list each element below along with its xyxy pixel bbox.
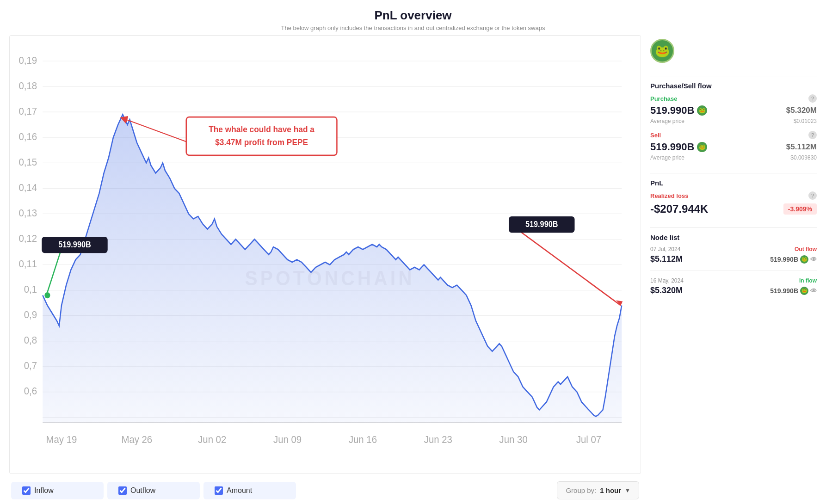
sell-help-icon[interactable]: ? [808,131,817,139]
svg-text:The whale could have had a: The whale could have had a [209,125,315,135]
sell-avg-label: Average price [650,154,684,161]
node-list-section: Node list 07 Jul, 2024 Out flow $5.112M … [650,234,817,308]
node2-pepe-icon: 🐸 [800,287,808,295]
svg-text:0,11: 0,11 [18,258,37,269]
svg-text:Jun 09: Jun 09 [273,434,302,445]
purchase-help-icon[interactable]: ? [808,94,817,103]
purchase-avg-value: $0.01023 [794,118,817,124]
sell-label: Sell [650,132,661,139]
divider-2 [650,173,817,173]
svg-text:0,7: 0,7 [24,360,37,371]
x-axis: May 19 May 26 Jun 02 Jun 09 Jun 16 Jun 2… [46,434,602,445]
pnl-amount: -$207.944K [650,203,708,215]
svg-rect-43 [186,117,337,155]
outflow-checkbox[interactable] [118,486,127,495]
svg-text:519.990B: 519.990B [58,240,91,250]
node1-token: 519.990B 🐸 👁 [770,255,817,264]
page-subtitle: The below graph only includes the transa… [0,25,826,31]
sell-block: Sell ? 519.990B 🐸 $5.112M Average price … [650,131,817,161]
svg-text:Jun 16: Jun 16 [349,434,377,445]
svg-text:0,8: 0,8 [24,334,37,345]
svg-point-38 [44,292,50,298]
svg-text:0,12: 0,12 [18,233,37,244]
svg-text:0,13: 0,13 [18,207,37,218]
page-header: PnL overview The below graph only includ… [0,0,826,35]
svg-text:Jun 23: Jun 23 [424,434,452,445]
svg-text:0,1: 0,1 [24,283,37,295]
node1-hide-icon[interactable]: 👁 [810,256,817,263]
pnl-help-icon[interactable]: ? [808,191,817,200]
purchase-usd: $5.320M [786,106,817,115]
realized-label: Realized loss [650,192,688,199]
divider-1 [650,76,817,76]
amount-control[interactable]: Amount [203,482,296,499]
node-list-title: Node list [650,234,817,241]
svg-text:0,6: 0,6 [24,386,37,397]
page-title: PnL overview [0,8,826,23]
svg-text:0,15: 0,15 [18,156,37,167]
sell-amount: 519.990B 🐸 [650,141,707,153]
group-by-dropdown[interactable]: Group by: 1 hour ▼ [557,481,639,499]
svg-text:0,14: 0,14 [18,182,37,193]
node2-token: 519.990B 🐸 👁 [770,287,817,295]
sell-pepe-icon: 🐸 [697,142,707,152]
node2-hide-icon[interactable]: 👁 [810,287,817,295]
main-content: 0,19 0,18 0,17 0,16 0,15 0,14 0,13 0,12 … [0,35,826,504]
node-item-1: 07 Jul, 2024 Out flow $5.112M 519.990B 🐸… [650,246,817,271]
node2-usd: $5.320M [650,286,683,295]
pnl-section: PnL Realized loss ? -$207.944K -3.909% [650,179,817,215]
chart-area: 0,19 0,18 0,17 0,16 0,15 0,14 0,13 0,12 … [9,35,641,499]
chevron-down-icon: ▼ [625,487,630,494]
svg-text:May 26: May 26 [121,434,152,445]
svg-text:SPOTONCHAIN: SPOTONCHAIN [245,267,415,289]
inflow-label: Inflow [34,486,54,495]
purchase-amount: 519.990B 🐸 [650,104,707,117]
group-by-prefix: Group by: [566,486,596,494]
inflow-control[interactable]: Inflow [11,482,104,499]
divider-3 [650,227,817,228]
sell-usd: $5.112M [786,142,817,152]
purchase-label: Purchase [650,95,678,102]
sidebar: 🐸 Purchase/Sell flow Purchase ? 519.990B… [641,35,817,499]
svg-text:0,16: 0,16 [18,131,37,142]
sell-avg-value: $0.009830 [790,154,817,161]
amount-label: Amount [227,486,252,495]
outflow-label: Outflow [130,486,155,495]
outflow-control[interactable]: Outflow [107,482,200,499]
purchase-block: Purchase ? 519.990B 🐸 $5.320M Average pr… [650,94,817,124]
svg-text:Jul 07: Jul 07 [576,434,601,445]
node1-pepe-icon: 🐸 [800,255,808,264]
node2-date: 16 May, 2024 [650,277,684,284]
node2-flow: In flow [799,277,817,284]
purchase-sell-section-title: Purchase/Sell flow [650,82,817,90]
bottom-controls: Inflow Outflow Amount Group by: 1 hour ▼ [9,481,641,499]
node1-usd: $5.112M [650,254,683,264]
purchase-pepe-icon: 🐸 [697,105,707,116]
chart-wrapper: 0,19 0,18 0,17 0,16 0,15 0,14 0,13 0,12 … [9,35,641,474]
svg-text:0,17: 0,17 [18,105,37,117]
svg-text:Jun 02: Jun 02 [198,434,226,445]
purchase-avg-label: Average price [650,118,684,124]
token-avatar: 🐸 [650,39,674,63]
pnl-section-title: PnL [650,179,817,187]
page-container: PnL overview The below graph only includ… [0,0,826,504]
inflow-checkbox[interactable] [22,486,31,495]
svg-text:May 19: May 19 [46,434,77,445]
svg-text:519.990B: 519.990B [525,220,558,229]
svg-line-40 [513,227,621,306]
node-item-2: 16 May, 2024 In flow $5.320M 519.990B 🐸 … [650,277,817,302]
chart-svg: 0,19 0,18 0,17 0,16 0,15 0,14 0,13 0,12 … [10,36,641,473]
group-by-value: 1 hour [600,486,621,494]
pnl-percentage: -3.909% [783,203,817,215]
svg-text:0,9: 0,9 [24,309,37,320]
svg-text:0,18: 0,18 [18,80,37,91]
svg-text:0,19: 0,19 [18,55,37,66]
node1-date: 07 Jul, 2024 [650,246,680,252]
svg-text:Jun 30: Jun 30 [499,434,528,445]
amount-checkbox[interactable] [215,486,223,495]
node1-flow: Out flow [795,246,817,252]
svg-text:$3.47M profit from PEPE: $3.47M profit from PEPE [215,137,308,147]
